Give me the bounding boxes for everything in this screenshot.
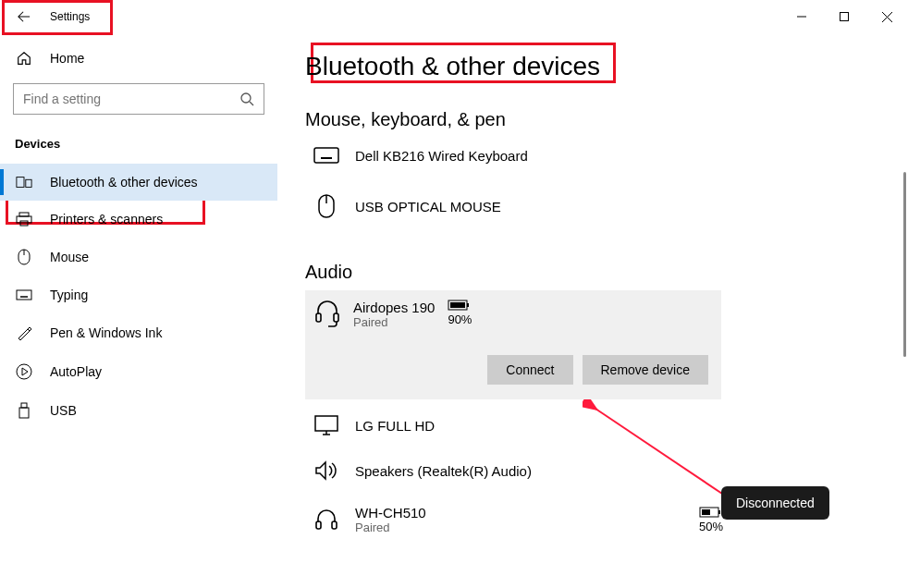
svg-rect-22 [21, 403, 27, 408]
usb-icon [15, 402, 33, 419]
home-icon [15, 50, 33, 67]
svg-rect-41 [332, 521, 337, 529]
svg-rect-15 [17, 290, 31, 300]
sidebar-item-mouse[interactable]: Mouse [0, 238, 277, 276]
device-status: Paired [355, 521, 684, 534]
speaker-icon [313, 460, 340, 481]
group-audio: Audio [305, 262, 880, 283]
device-keyboard[interactable]: Dell KB216 Wired Keyboard [305, 138, 880, 184]
sidebar-item-label: Bluetooth & other devices [50, 175, 198, 190]
svg-point-6 [241, 93, 251, 103]
mouse-icon [15, 249, 33, 265]
device-lg-monitor[interactable]: LG FULL HD [305, 399, 880, 451]
main-content: Bluetooth & other devices Mouse, keyboar… [277, 33, 908, 588]
device-name: LG FULL HD [355, 418, 880, 434]
mouse-icon [313, 193, 340, 219]
search-icon [239, 92, 254, 106]
devices-icon [15, 176, 33, 189]
svg-point-20 [17, 364, 31, 379]
device-name: USB OPTICAL MOUSE [355, 199, 880, 214]
search-box[interactable] [13, 83, 264, 115]
device-name: Dell KB216 Wired Keyboard [355, 148, 880, 164]
sidebar-item-label: Mouse [50, 250, 89, 264]
sidebar-item-pen[interactable]: Pen & Windows Ink [0, 313, 277, 352]
svg-rect-40 [316, 521, 321, 529]
device-usb-mouse[interactable]: USB OPTICAL MOUSE [305, 184, 880, 239]
svg-rect-24 [314, 148, 338, 163]
svg-rect-36 [450, 302, 465, 308]
monitor-icon [313, 414, 340, 436]
svg-rect-3 [841, 13, 849, 21]
device-status: Paired [353, 315, 435, 329]
maximize-button[interactable] [823, 2, 865, 31]
device-airdopes[interactable]: Airdopes 190 Paired 90% Connect Remove d… [305, 290, 721, 399]
search-input[interactable] [23, 92, 239, 106]
sidebar-item-label: Printers & scanners [50, 212, 163, 227]
connect-button[interactable]: Connect [487, 355, 572, 385]
device-name: Airdopes 190 [353, 300, 435, 315]
device-name: WH-CH510 [355, 505, 684, 521]
sidebar-home[interactable]: Home [0, 41, 277, 76]
sidebar-item-label: USB [50, 403, 77, 418]
svg-rect-9 [26, 179, 31, 187]
group-mouse-keyboard: Mouse, keyboard, & pen [305, 109, 880, 130]
battery-percent: 90% [448, 312, 472, 326]
device-name: Speakers (Realtek(R) Audio) [355, 463, 880, 479]
scrollbar[interactable] [903, 172, 906, 357]
autoplay-icon [15, 363, 33, 380]
sidebar-item-autoplay[interactable]: AutoPlay [0, 352, 277, 391]
sidebar-item-printers[interactable]: Printers & scanners [0, 201, 277, 238]
battery-icon [699, 507, 723, 518]
close-button[interactable] [865, 2, 908, 31]
back-button[interactable] [17, 9, 31, 24]
headphones-icon [313, 508, 340, 532]
page-title: Bluetooth & other devices [305, 52, 600, 81]
sidebar-home-label: Home [50, 51, 84, 66]
svg-rect-11 [17, 216, 31, 223]
svg-rect-35 [467, 303, 469, 307]
svg-rect-44 [702, 509, 710, 515]
svg-rect-10 [19, 213, 29, 216]
titlebar: Settings [0, 0, 908, 33]
remove-device-button[interactable]: Remove device [583, 355, 709, 385]
keyboard-icon [15, 289, 33, 300]
printer-icon [15, 212, 33, 227]
headset-icon [314, 300, 340, 327]
sidebar: Home Devices Bluetooth & other devices P… [0, 33, 277, 588]
minimize-button[interactable] [780, 2, 823, 31]
battery-percent: 50% [699, 520, 723, 533]
svg-rect-43 [718, 510, 720, 514]
svg-rect-33 [334, 313, 338, 322]
svg-line-7 [250, 102, 253, 105]
window-title: Settings [50, 10, 90, 23]
sidebar-section-label: Devices [0, 131, 277, 164]
svg-rect-32 [316, 313, 321, 322]
sidebar-item-bluetooth[interactable]: Bluetooth & other devices [0, 164, 277, 201]
sidebar-item-usb[interactable]: USB [0, 391, 277, 430]
sidebar-item-label: AutoPlay [50, 364, 102, 379]
keyboard-icon [313, 147, 340, 164]
window-controls [780, 2, 908, 31]
svg-rect-8 [17, 178, 24, 188]
pen-icon [15, 325, 33, 341]
svg-rect-37 [315, 416, 337, 431]
device-wh-ch510[interactable]: WH-CH510 Paired 50% [305, 496, 880, 544]
device-realtek-speakers[interactable]: Speakers (Realtek(R) Audio) [305, 451, 880, 496]
svg-rect-23 [19, 408, 29, 418]
sidebar-item-label: Typing [50, 288, 88, 302]
svg-marker-21 [22, 368, 28, 375]
sidebar-item-label: Pen & Windows Ink [50, 325, 162, 340]
sidebar-item-typing[interactable]: Typing [0, 276, 277, 313]
battery-icon [448, 300, 472, 311]
